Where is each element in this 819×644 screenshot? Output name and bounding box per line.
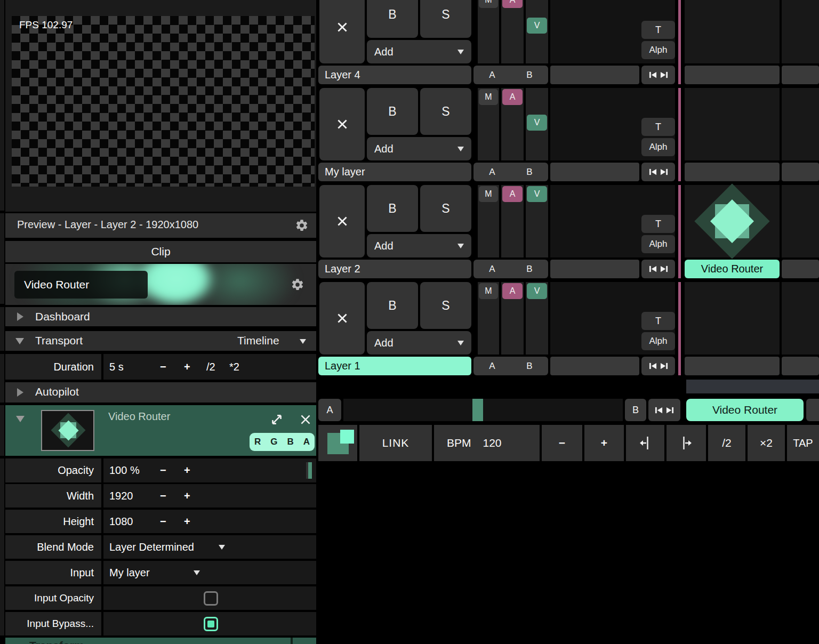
close-effect-icon[interactable]	[299, 413, 312, 426]
layer-solo-button[interactable]: S	[420, 0, 471, 38]
bpm-increment-button[interactable]: +	[584, 425, 624, 461]
audio-fader-handle[interactable]: A	[502, 89, 523, 105]
transition-time-button[interactable]: T	[641, 215, 675, 233]
audio-fader[interactable]: A	[501, 282, 524, 355]
clip-slot-name-strip[interactable]	[782, 357, 819, 375]
layer-progress-bar[interactable]	[550, 260, 639, 278]
width-decrement-button[interactable]: −	[160, 484, 166, 508]
empty-clip-slot[interactable]	[685, 282, 780, 355]
next-clip-icon[interactable]	[660, 168, 668, 176]
audio-fader[interactable]: A	[501, 88, 524, 160]
bpm-double-button[interactable]: ×2	[748, 425, 785, 461]
previous-clip-icon[interactable]	[649, 168, 657, 176]
layer-solo-button[interactable]: S	[420, 282, 471, 329]
layer-bypass-button[interactable]: B	[367, 282, 418, 329]
transport-section[interactable]: Transport Timeline	[5, 331, 316, 351]
clip-slot-name-strip[interactable]	[782, 163, 819, 181]
input-value[interactable]: My layer	[109, 561, 150, 584]
width-increment-button[interactable]: +	[184, 484, 190, 508]
collapse-arrow-icon[interactable]	[17, 388, 23, 397]
transform-section-header-clipped[interactable]: Transform	[5, 638, 316, 644]
clip-navigation[interactable]	[641, 357, 675, 375]
clip-navigation[interactable]	[641, 66, 675, 84]
video-router-clip-slot[interactable]	[685, 185, 780, 257]
opacity-slider-handle[interactable]	[308, 462, 312, 479]
audio-fader[interactable]: A	[501, 0, 524, 63]
assign-a-button[interactable]: A	[489, 264, 495, 275]
previous-clip-icon[interactable]	[649, 362, 657, 370]
video-fader-handle[interactable]: V	[527, 115, 547, 131]
chevron-down-icon[interactable]	[300, 339, 306, 344]
height-value[interactable]: 1080	[109, 510, 133, 533]
audio-fader-handle[interactable]: A	[502, 186, 523, 202]
crossfader-handle[interactable]	[472, 399, 483, 421]
nudge-down-button[interactable]	[626, 425, 664, 461]
master-fader-handle[interactable]: M	[479, 283, 498, 299]
crossfader-track[interactable]	[343, 399, 623, 421]
video-fader[interactable]: V	[526, 0, 548, 63]
clip-settings-gear-icon[interactable]	[291, 278, 304, 292]
crossfader-assign[interactable]: AB	[473, 357, 548, 375]
duration-decrement-button[interactable]: −	[160, 354, 166, 380]
crossfader-assign[interactable]: AB	[473, 163, 548, 181]
clip-slot-name-strip[interactable]	[782, 260, 819, 278]
opacity-slider[interactable]	[306, 462, 312, 479]
transition-time-button[interactable]: T	[641, 312, 675, 330]
opacity-increment-button[interactable]: +	[184, 458, 190, 482]
layer-bypass-button[interactable]: B	[367, 88, 418, 135]
layer-name-selected[interactable]: Layer 1	[318, 357, 471, 375]
expand-arrow-icon[interactable]	[16, 416, 25, 422]
empty-clip-slot[interactable]	[685, 88, 780, 160]
collapse-arrow-icon[interactable]	[17, 312, 23, 321]
layer-bypass-button[interactable]: B	[367, 0, 418, 38]
clip-slot-name-strip[interactable]	[685, 163, 780, 181]
master-fader[interactable]: M	[478, 185, 499, 257]
autopilot-section[interactable]: Autopilot	[5, 382, 316, 402]
crossfader-assign[interactable]: AB	[473, 66, 548, 84]
empty-clip-slot[interactable]	[685, 0, 780, 63]
empty-clip-slot[interactable]	[782, 0, 819, 63]
empty-clip-slot[interactable]	[782, 88, 819, 160]
bpm-value[interactable]: 120	[483, 437, 502, 449]
bpm-display[interactable]: BPM 120	[434, 425, 540, 461]
video-fader-handle[interactable]: V	[527, 186, 547, 202]
input-bypass-checkbox[interactable]	[204, 617, 218, 631]
clip-navigation[interactable]	[641, 260, 675, 278]
next-clip-icon[interactable]	[660, 362, 668, 370]
assign-b-button[interactable]: B	[526, 264, 532, 275]
layer-solo-button[interactable]: S	[420, 185, 471, 232]
active-clip-button[interactable]: Video Router	[686, 399, 804, 421]
layer-solo-button[interactable]: S	[420, 88, 471, 135]
expand-arrow-icon[interactable]	[15, 338, 24, 344]
chevron-down-icon[interactable]	[194, 570, 200, 575]
master-fader-handle[interactable]: M	[479, 89, 498, 105]
alpha-blend-button[interactable]: Alph	[641, 138, 675, 156]
tap-tempo-button[interactable]: TAP	[787, 425, 819, 461]
preview-settings-gear-icon[interactable]	[295, 219, 309, 232]
crossfader-assign[interactable]: AB	[473, 260, 548, 278]
blend-mode-value[interactable]: Layer Determined	[109, 535, 194, 559]
layer-blend-dropdown[interactable]: Add	[367, 331, 471, 355]
next-clip-icon[interactable]	[660, 71, 668, 79]
assign-a-button[interactable]: A	[489, 70, 495, 80]
clip-navigation[interactable]	[641, 163, 675, 181]
dashboard-section[interactable]: Dashboard	[5, 307, 316, 326]
alpha-blend-button[interactable]: Alph	[641, 41, 675, 59]
clip-slot-name-strip[interactable]	[685, 66, 780, 84]
crossfader-b-button[interactable]: B	[625, 399, 646, 421]
duration-double-button[interactable]: *2	[229, 354, 239, 380]
layer-bypass-button[interactable]: B	[367, 185, 418, 232]
ableton-link-button[interactable]: LINK	[359, 425, 432, 461]
clipped-button[interactable]	[806, 399, 819, 421]
channel-g-toggle[interactable]: G	[270, 437, 277, 447]
video-fader-handle[interactable]: V	[527, 18, 547, 34]
audio-fader-handle[interactable]: A	[502, 283, 523, 299]
layer-blend-dropdown[interactable]: Add	[367, 137, 471, 160]
duration-increment-button[interactable]: +	[184, 354, 190, 380]
layer-progress-bar[interactable]	[550, 66, 639, 84]
assign-b-button[interactable]: B	[526, 361, 532, 372]
master-fader[interactable]: M	[478, 0, 499, 63]
input-opacity-checkbox[interactable]	[204, 591, 218, 606]
clip-preview-strip[interactable]: Video Router	[5, 264, 316, 305]
channel-b-toggle[interactable]: B	[287, 437, 293, 447]
